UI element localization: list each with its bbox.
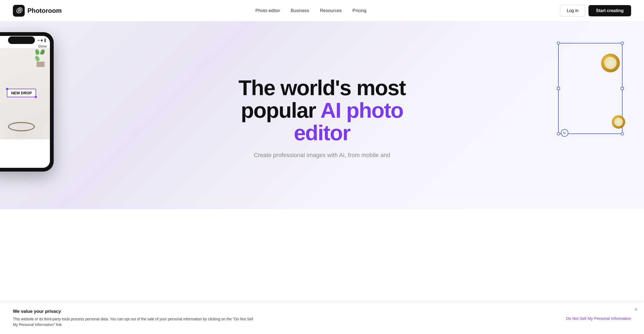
nav-actions: Log in Start creating (560, 5, 631, 17)
hero-subtitle: Create professional images with AI, from… (239, 151, 406, 159)
nav-link-photo-editor[interactable]: Photo editor (255, 8, 280, 13)
hero-section: :1 ▪▪ ◈ ▐ Done NEW DROP (0, 21, 644, 209)
product-visualization: ↻ (553, 43, 628, 145)
nav-link-resources[interactable]: Resources (320, 8, 342, 13)
phone-icons: ▪▪ ◈ ▐ (38, 39, 46, 42)
leaf-3 (34, 55, 41, 62)
hero-content: The world's most popular AI photo editor… (233, 55, 411, 176)
hero-title-part1: The world's most (239, 76, 406, 100)
earring-ring-large (601, 54, 620, 72)
phone-product-area: NEW DROP (0, 48, 50, 139)
nav-link-pricing[interactable]: Pricing (353, 8, 367, 13)
mid-handle-left (557, 87, 560, 90)
nav-link-business[interactable]: Business (291, 8, 309, 13)
logo-link[interactable]: Ⓡ Photoroom (13, 5, 62, 17)
leaf-1 (35, 49, 40, 55)
phone-notch (8, 36, 35, 44)
navbar: Ⓡ Photoroom Photo editor Business Resour… (0, 0, 644, 21)
new-drop-label: NEW DROP (7, 89, 36, 97)
phone-mockup: :1 ▪▪ ◈ ▐ Done NEW DROP (0, 32, 59, 172)
bracelet-image (8, 122, 35, 131)
logo-text: Photoroom (27, 7, 62, 14)
corner-handle-bl (557, 132, 560, 135)
hero-title-part3: editor (294, 121, 350, 145)
corner-handle-tr (621, 42, 624, 45)
hero-title-part2: popular (241, 98, 321, 122)
hero-title: The world's most popular AI photo editor (239, 77, 406, 144)
login-button[interactable]: Log in (560, 5, 585, 17)
nav-links: Photo editor Business Resources Pricing (255, 8, 367, 13)
corner-handle-br (621, 132, 624, 135)
plant-decoration (34, 51, 47, 67)
start-creating-button[interactable]: Start creating (588, 5, 631, 16)
logo-icon: Ⓡ (13, 5, 25, 17)
leaf-2 (40, 49, 45, 55)
rotate-handle[interactable]: ↻ (561, 129, 568, 137)
corner-handle-tl (557, 42, 560, 45)
earring-top (601, 54, 623, 75)
earring-ring-small (612, 115, 625, 129)
earring-bottom (612, 115, 625, 129)
plant-pot (36, 62, 45, 67)
phone-screen: :1 ▪▪ ◈ ▐ Done NEW DROP (0, 36, 50, 168)
mid-handle-right (621, 87, 624, 90)
hero-title-highlight: AI photo (320, 98, 403, 122)
